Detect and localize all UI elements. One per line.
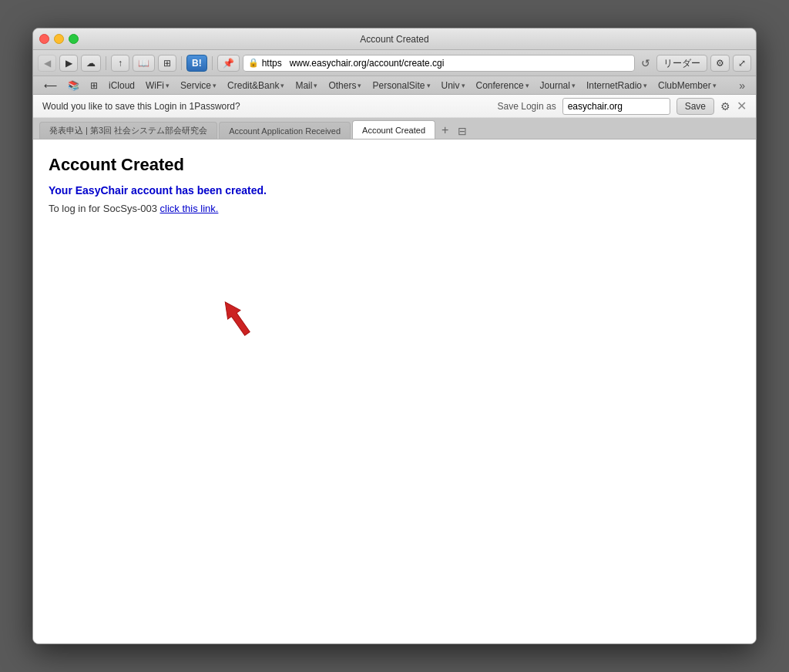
login-paragraph: To log in for SocSys-003 click this link… bbox=[49, 203, 740, 214]
pin-button[interactable]: 📌 bbox=[217, 55, 240, 72]
bookmark-mail[interactable]: Mail ▾ bbox=[290, 79, 322, 92]
tab-1[interactable]: 発表申込 | 第3回 社会システム部会研究会 bbox=[39, 122, 217, 139]
onepassword-button[interactable]: B! bbox=[186, 55, 207, 72]
maximize-button[interactable] bbox=[69, 34, 79, 44]
bookmark-univ[interactable]: Univ ▾ bbox=[437, 79, 470, 92]
tab-3[interactable]: Account Created bbox=[352, 120, 435, 139]
reader-button[interactable]: リーダー bbox=[656, 55, 707, 72]
save-login-label: Save Login as bbox=[498, 101, 556, 112]
svg-marker-0 bbox=[219, 297, 253, 336]
back-button[interactable]: ◀ bbox=[38, 55, 56, 72]
share-button[interactable]: ↑ bbox=[111, 55, 129, 72]
arrow-annotation bbox=[218, 282, 280, 338]
settings-button[interactable]: ⚙ bbox=[710, 55, 730, 72]
bookmark-icloud[interactable]: iCloud bbox=[104, 79, 139, 92]
icloud-button[interactable]: ☁ bbox=[81, 55, 101, 72]
bookmark-clubmember[interactable]: ClubMember ▾ bbox=[653, 79, 721, 92]
bookmark-back[interactable]: ⟵ bbox=[39, 79, 62, 92]
login-text-prefix: To log in for SocSys-003 bbox=[49, 203, 160, 214]
grid-button[interactable]: ⊞ bbox=[158, 55, 176, 72]
bookmarks-overflow[interactable]: » bbox=[734, 78, 750, 93]
close-button[interactable] bbox=[39, 34, 49, 44]
tab-2[interactable]: Account Application Received bbox=[219, 122, 351, 139]
password-bar: Would you like to save this Login in 1Pa… bbox=[33, 95, 756, 118]
password-bar-question: Would you like to save this Login in 1Pa… bbox=[42, 101, 492, 112]
traffic-lights bbox=[39, 34, 79, 44]
window-title: Account Created bbox=[360, 34, 428, 45]
bookmark-grid[interactable]: ⊞ bbox=[86, 79, 102, 92]
separator-1 bbox=[106, 56, 106, 70]
bookmark-conference[interactable]: Conference ▾ bbox=[472, 79, 534, 92]
separator-3 bbox=[212, 56, 213, 70]
click-this-link[interactable]: click this link. bbox=[160, 203, 219, 214]
bookmark-creditbank[interactable]: Credit&Bank ▾ bbox=[223, 79, 289, 92]
password-close-button[interactable]: ✕ bbox=[737, 99, 747, 113]
refresh-button[interactable]: ↺ bbox=[638, 57, 653, 69]
bookmark-personalsite[interactable]: PersonalSite ▾ bbox=[368, 79, 435, 92]
fullscreen-button[interactable]: ⤢ bbox=[733, 55, 751, 72]
bookmark-service[interactable]: Service ▾ bbox=[176, 79, 221, 92]
toolbar: ◀ ▶ ☁ ↑ 📖 ⊞ B! 📌 🔒 ↺ リーダー ⚙ ⤢ bbox=[33, 50, 756, 76]
forward-button[interactable]: ▶ bbox=[59, 55, 78, 72]
password-gear-button[interactable]: ⚙ bbox=[720, 100, 730, 113]
success-message: Your EasyChair account has been created. bbox=[49, 184, 740, 197]
password-save-button[interactable]: Save bbox=[677, 98, 714, 115]
bookmark-journal[interactable]: Journal ▾ bbox=[536, 79, 580, 92]
bookmarks-bar: ⟵ 📚 ⊞ iCloud WiFi ▾ Service ▾ Credit&Ban… bbox=[33, 76, 756, 95]
bookmark-internetradio[interactable]: InternetRadio ▾ bbox=[582, 79, 652, 92]
browser-window: Account Created ◀ ▶ ☁ ↑ 📖 ⊞ B! 📌 🔒 ↺ リーダ… bbox=[32, 28, 757, 644]
new-tab-button[interactable]: + bbox=[437, 123, 453, 137]
title-bar: Account Created bbox=[33, 29, 756, 50]
minimize-button[interactable] bbox=[54, 34, 64, 44]
separator-2 bbox=[181, 56, 182, 70]
lock-icon: 🔒 bbox=[248, 58, 259, 68]
address-bar-container: 🔒 bbox=[243, 55, 635, 72]
save-login-input[interactable] bbox=[562, 98, 670, 115]
bookmark-others[interactable]: Others ▾ bbox=[324, 79, 366, 92]
tabs-bar: 発表申込 | 第3回 社会システム部会研究会 Account Applicati… bbox=[33, 118, 756, 139]
bookmark-wifi[interactable]: WiFi ▾ bbox=[141, 79, 174, 92]
tab-view-button[interactable]: ⊟ bbox=[455, 125, 470, 137]
page-content: Account Created Your EasyChair account h… bbox=[33, 139, 756, 643]
bookmark-list-button[interactable]: 📖 bbox=[133, 55, 155, 72]
page-title: Account Created bbox=[49, 155, 740, 175]
address-bar[interactable] bbox=[262, 58, 630, 69]
bookmark-reading-list[interactable]: 📚 bbox=[63, 79, 84, 92]
